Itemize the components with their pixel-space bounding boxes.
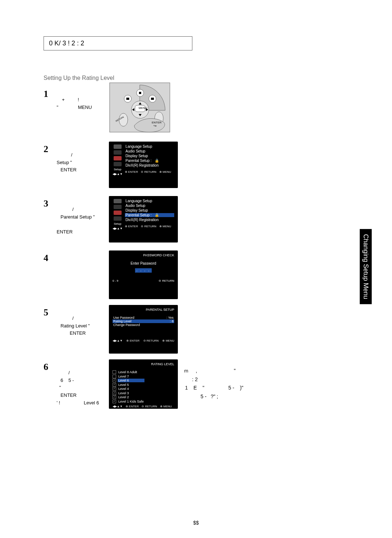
disc-menu-icon: [114, 199, 122, 203]
svg-rect-4: [126, 98, 129, 100]
step-text: / Setup " ENTER: [57, 144, 77, 182]
hint-digits: 0 - 9: [113, 279, 118, 282]
checkbox-icon: [113, 375, 116, 378]
hint-enter: ⊕ ENTER: [125, 225, 138, 228]
top-code-box: 0 K/ 3 ! 2 : 2: [44, 36, 192, 50]
page-number: $$: [193, 520, 199, 526]
menu-items: Language Setup Audio Setup Display Setup…: [125, 144, 174, 176]
footer-hints: ⊕ ENTER ⊖ RETURN ⊗ MENU: [125, 170, 174, 174]
dialog-message: Enter Password: [113, 261, 174, 265]
side-tabs: Setup ◀▶▲▼: [113, 144, 123, 176]
svg-text:↪: ↪: [154, 124, 156, 128]
footer-hints: ⊕ ENTER ⊖ RETURN ⊗ MENU: [125, 225, 174, 228]
step-text: / Rating Level " ENTER: [57, 307, 90, 345]
title-menu-icon: [114, 205, 122, 209]
svg-rect-8: [139, 92, 141, 94]
level-item-6-selected[interactable]: Level 6: [118, 379, 144, 382]
dialog-title: RATING LEVEL: [113, 362, 174, 366]
level-item-5[interactable]: Level 5: [118, 383, 144, 387]
hint-return: ⊖ RETURN: [143, 339, 159, 342]
disc-menu-icon: [114, 144, 122, 149]
step-number: 5: [44, 307, 52, 345]
checkbox-icon: ✓: [113, 391, 116, 395]
hint-menu: ⊗ MENU: [162, 339, 174, 342]
function-icon: [114, 211, 122, 215]
kv-change-password[interactable]: Change Password: [113, 323, 174, 327]
item-audio-setup[interactable]: Audio Setup: [125, 204, 174, 208]
level-item-8[interactable]: Level 8 Adult: [118, 370, 144, 374]
hint-return: ⊖ RETURN: [142, 405, 157, 408]
level-item-2[interactable]: Level 2: [118, 395, 144, 399]
item-language-setup[interactable]: Language Setup: [125, 144, 174, 148]
checkbox-icon: ✓: [113, 387, 116, 391]
checkbox-icon: ✓: [113, 395, 116, 399]
item-divx-registration[interactable]: DivX(R) Registration: [125, 163, 174, 167]
hint-menu: ⊗ MENU: [160, 405, 172, 408]
hint-enter: ⊕ ENTER: [126, 405, 139, 408]
preview-rating-level: RATING LEVEL ✓ ✓ ✓ ✓ ✓ ✓ Level 8 Adult L…: [109, 359, 178, 409]
remote-illustration: ENTER ↪ MENU RETURN: [109, 82, 171, 133]
nav-icon: ◀▶▲▼: [113, 172, 123, 176]
lock-icon: 🔒: [155, 213, 159, 217]
password-field[interactable]: - - - -: [135, 268, 152, 273]
title-menu-icon: [114, 150, 122, 155]
menu-items: Language Setup Audio Setup Display Setup…: [125, 199, 174, 230]
setup-icon: [114, 162, 122, 166]
step-number: 3: [44, 198, 52, 244]
footer-hints: ◀▶▲▼ ⊕ ENTER ⊖ RETURN ⊗ MENU: [113, 339, 174, 342]
level-item-3[interactable]: Level 3: [118, 391, 144, 395]
hint-return: ⊖ RETURN: [159, 279, 174, 282]
preview-password-check: PASSWORD CHECK Enter Password - - - - 0 …: [109, 250, 178, 299]
level-item-4[interactable]: Level 4: [118, 387, 144, 391]
footer-hints: 0 - 9 ⊖ RETURN: [113, 279, 174, 282]
hint-enter: ⊕ ENTER: [125, 170, 138, 174]
preview-parental-selected: Setup ◀▶▲▼ Language Setup Audio Setup Di…: [109, 196, 178, 242]
level-list: Level 8 Adult Level 7 Level 6 Level 5 Le…: [118, 370, 144, 403]
section-title: Setting Up the Rating Level: [44, 75, 114, 81]
level-item-7[interactable]: Level 7: [118, 375, 144, 378]
step-number: 2: [44, 144, 52, 182]
step-text: / 6 5 - " ENTER ' ! Level 6: [57, 362, 99, 415]
level-checkboxes: ✓ ✓ ✓ ✓ ✓ ✓: [113, 370, 116, 403]
item-divx-registration[interactable]: DivX(R) Registration: [125, 218, 174, 222]
step-text: + ! " MENU: [57, 89, 92, 119]
step-number: 4: [44, 253, 52, 264]
nav-icon: ◀▶▲▼: [113, 405, 123, 408]
item-audio-setup[interactable]: Audio Setup: [125, 149, 174, 153]
checkbox-icon: ✓: [113, 379, 116, 382]
item-display-setup[interactable]: Display Setup: [125, 208, 174, 212]
function-icon: [114, 156, 122, 160]
svg-rect-6: [151, 98, 154, 100]
kv-rating-level-selected[interactable]: Rating Level: 8: [113, 319, 174, 323]
level-item-1[interactable]: Level 1 Kids Safe: [118, 400, 144, 403]
item-language-setup[interactable]: Language Setup: [125, 199, 174, 203]
code-text: 0 K/ 3 ! 2 : 2: [49, 40, 84, 47]
lock-icon: 🔒: [155, 159, 159, 163]
step-number: 1: [44, 89, 52, 119]
dialog-title: PARENTAL SETUP: [113, 308, 174, 311]
side-tabs: Setup ◀▶▲▼: [113, 199, 123, 230]
remote-icon: ENTER ↪ MENU RETURN: [109, 82, 171, 133]
nav-icon: ◀▶▲▼: [113, 339, 123, 342]
dialog-title: PASSWORD CHECK: [113, 253, 174, 257]
checkbox-icon: ✓: [113, 400, 116, 403]
preview-parental-setup: PARENTAL SETUP Use Password: Yes Rating …: [109, 305, 178, 354]
step-number: 6: [44, 362, 52, 415]
step-text: / Parental Setup " ENTER: [57, 198, 95, 244]
step-6-note: ｍ , " : 2 1 E " 5 - )" 5 - ?" ;: [181, 358, 275, 401]
checkbox-icon: [113, 370, 116, 374]
item-display-setup[interactable]: Display Setup: [125, 154, 174, 158]
hint-menu: ⊗ MENU: [159, 170, 171, 174]
nav-icon: ◀▶▲▼: [113, 227, 123, 230]
hint-enter: ⊕ ENTER: [126, 339, 139, 342]
hint-return: ⊖ RETURN: [141, 170, 156, 174]
checkbox-icon: ✓: [113, 383, 116, 387]
item-parental-setup-selected[interactable]: Parental Setup : 🔒: [125, 213, 174, 217]
preview-setup-menu: Setup ◀▶▲▼ Language Setup Audio Setup Di…: [109, 142, 178, 188]
setup-label: Setup: [114, 168, 121, 171]
item-parental-setup[interactable]: Parental Setup : 🔒: [125, 159, 174, 163]
section-tab: Changing Setup Menu: [360, 229, 372, 304]
kv-use-password[interactable]: Use Password: Yes: [113, 316, 174, 319]
hint-menu: ⊗ MENU: [159, 225, 171, 228]
setup-icon: [114, 216, 122, 221]
